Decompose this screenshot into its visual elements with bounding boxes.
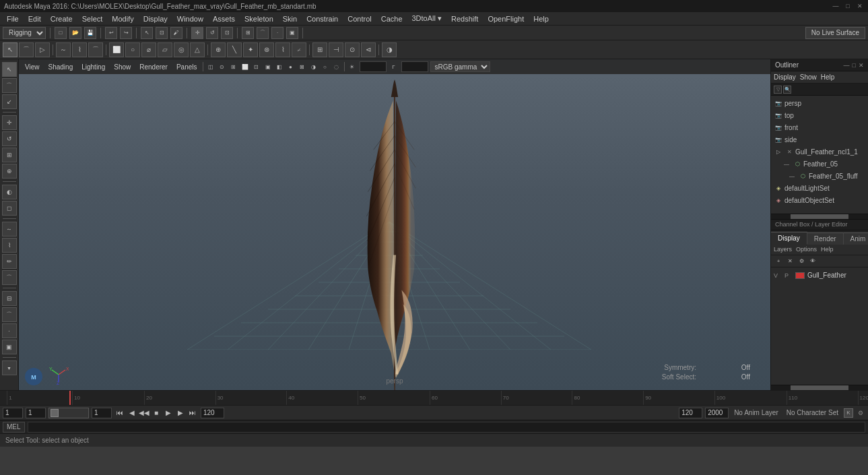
dra-delete-icon[interactable]: ✕ xyxy=(785,256,795,265)
exposure-value[interactable]: 0.00 xyxy=(360,61,387,72)
move-tool[interactable]: ✛ xyxy=(2,115,17,130)
play-forward-btn[interactable]: ▶ xyxy=(163,408,174,418)
menu-control[interactable]: Control xyxy=(343,13,375,24)
outliner-minimize-btn[interactable]: — xyxy=(844,62,850,69)
outliner-show-menu[interactable]: Show xyxy=(800,73,817,81)
stop-btn[interactable]: ■ xyxy=(151,408,162,418)
step-back-btn[interactable]: ◀ xyxy=(127,408,137,418)
wireframe-on-shaded-icon[interactable]: ◧ xyxy=(274,61,285,72)
menu-constrain[interactable]: Constrain xyxy=(302,13,342,24)
ik-handle-shelf[interactable]: ╲ xyxy=(227,42,242,57)
snap-to-curve-icon[interactable]: ⌒ xyxy=(257,27,269,39)
poly-plane-shelf[interactable]: ▱ xyxy=(158,42,172,57)
ep-curve-tool[interactable]: ⌇ xyxy=(2,238,17,253)
texture-icon[interactable]: ⊠ xyxy=(297,61,308,72)
gamma-icon[interactable]: Γ xyxy=(389,61,399,72)
select-tool-shelf[interactable]: ↖ xyxy=(3,42,18,57)
anim-start-input[interactable] xyxy=(92,408,112,418)
char-set-options-icon[interactable]: ⚙ xyxy=(856,408,865,418)
dra-options-menu[interactable]: Options xyxy=(796,246,817,253)
outliner-item-gull-feather-group[interactable]: ▷ ✕ Gull_Feather_ncl1_1 xyxy=(771,146,868,158)
ambient-occ-icon[interactable]: ◑ xyxy=(308,61,319,72)
undo-icon[interactable]: ↩ xyxy=(105,27,117,39)
ctrl-shelf[interactable]: ⊛ xyxy=(259,42,274,57)
filter-icon[interactable]: ▽ xyxy=(774,86,782,94)
redo-icon[interactable]: ↪ xyxy=(120,27,132,39)
paint-select-icon[interactable]: 🖌 xyxy=(170,27,182,39)
range-end2-input[interactable] xyxy=(705,408,729,418)
lasso-tool-shelf[interactable]: ⌒ xyxy=(19,42,34,57)
menu-3dto[interactable]: 3DtoAll ▾ xyxy=(408,13,446,24)
mel-input[interactable] xyxy=(28,422,865,433)
orient-shelf[interactable]: ⊙ xyxy=(345,42,360,57)
menu-modify[interactable]: Modify xyxy=(108,13,137,24)
scale-tool[interactable]: ⊞ xyxy=(2,148,17,162)
minimize-button[interactable]: — xyxy=(832,2,840,10)
timeline[interactable]: 1 10 20 30 40 50 60 70 80 90 100 110 120 xyxy=(0,390,868,405)
view-menu[interactable]: View xyxy=(22,62,43,72)
open-scene-icon[interactable]: 📂 xyxy=(69,27,81,39)
poly-cube-shelf[interactable]: ⬜ xyxy=(109,42,124,57)
poly-cone-shelf[interactable]: △ xyxy=(190,42,205,57)
menu-skin[interactable]: Skin xyxy=(279,13,301,24)
region-icon[interactable]: ▣ xyxy=(263,61,273,72)
rotate-icon[interactable]: ↺ xyxy=(206,27,218,39)
maximize-button[interactable]: □ xyxy=(844,2,852,10)
film-gate-icon[interactable]: ⬜ xyxy=(240,61,251,72)
snap-curve[interactable]: ⌒ xyxy=(2,307,17,322)
layer-gull-feather[interactable]: V P Gull_Feather xyxy=(771,269,868,282)
menu-assets[interactable]: Assets xyxy=(209,13,239,24)
paint-tool-shelf[interactable]: ▷ xyxy=(35,42,50,57)
gamma-mode-dropdown[interactable]: sRGB gamma xyxy=(430,61,490,72)
outliner-maximize-btn[interactable]: □ xyxy=(853,62,856,69)
paint-select-tool[interactable]: ⌒ xyxy=(2,78,17,93)
shading-menu[interactable]: Shading xyxy=(45,62,77,72)
right-panel-hscroll[interactable] xyxy=(771,385,868,390)
three-point-arc[interactable]: ⌒ xyxy=(2,270,17,285)
outliner-display-menu[interactable]: Display xyxy=(774,73,796,81)
menu-cache[interactable]: Cache xyxy=(377,13,407,24)
panels-menu[interactable]: Panels xyxy=(173,62,201,72)
move-icon[interactable]: ✛ xyxy=(191,27,203,39)
outliner-item-feather05[interactable]: — ⬡ Feather_05 xyxy=(771,158,868,170)
outliner-hscroll[interactable] xyxy=(771,214,868,219)
menu-help[interactable]: Help xyxy=(529,13,553,24)
cv-curve-shelf[interactable]: ～ xyxy=(56,42,71,57)
exposure-icon[interactable]: ☀ xyxy=(347,61,358,72)
outliner-item-side[interactable]: 📷 side xyxy=(771,133,868,146)
menu-file[interactable]: File xyxy=(3,13,23,24)
poly-sphere-shelf[interactable]: ○ xyxy=(125,42,140,57)
snap-point[interactable]: · xyxy=(2,323,17,338)
show-manipulator[interactable]: ◻ xyxy=(2,201,17,216)
pencil-curve-tool[interactable]: ✏ xyxy=(2,254,17,269)
dra-eye-icon[interactable]: 👁 xyxy=(808,256,817,265)
outliner-item-default-light-set[interactable]: ◈ defaultLightSet xyxy=(771,182,868,194)
snap-surface[interactable]: ▣ xyxy=(2,340,17,354)
outliner-item-default-object-set[interactable]: ◈ defaultObjectSet xyxy=(771,194,868,206)
menu-skeleton[interactable]: Skeleton xyxy=(240,13,277,24)
step-forward-btn[interactable]: ▶ xyxy=(175,408,186,418)
frame-range-slider[interactable] xyxy=(48,408,89,418)
select-cam-icon[interactable]: ◫ xyxy=(205,61,216,72)
grid-icon[interactable]: ⊞ xyxy=(228,61,239,72)
auto-key-btn[interactable]: K xyxy=(844,408,853,418)
scale-icon[interactable]: ⊡ xyxy=(221,27,233,39)
lighting-menu[interactable]: Lighting xyxy=(78,62,108,72)
play-back-btn[interactable]: ◀◀ xyxy=(139,408,149,418)
jump-to-start-btn[interactable]: ⏮ xyxy=(114,408,125,418)
snap-grid[interactable]: ⊟ xyxy=(2,291,17,306)
depth-of-field-icon[interactable]: ◌ xyxy=(331,61,342,72)
select-tool[interactable]: ↖ xyxy=(2,62,17,77)
transform-shelf[interactable]: ⊞ xyxy=(312,42,327,57)
lasso-select-tool[interactable]: ↙ xyxy=(2,94,17,109)
dra-layers-menu[interactable]: Layers xyxy=(774,246,792,253)
viewport[interactable]: View Shading Lighting Show Renderer Pane… xyxy=(19,59,770,390)
menu-openflight[interactable]: OpenFlight xyxy=(483,13,528,24)
dra-new-layer-icon[interactable]: + xyxy=(774,256,783,265)
select-icon[interactable]: ↖ xyxy=(141,27,153,39)
poly-cylinder-shelf[interactable]: ⌀ xyxy=(141,42,156,57)
save-scene-icon[interactable]: 💾 xyxy=(84,27,96,39)
smooth-shaded-icon[interactable]: ● xyxy=(286,61,296,72)
skeleton-joint-shelf[interactable]: ⊕ xyxy=(211,42,226,57)
search-icon[interactable]: 🔍 xyxy=(783,86,791,94)
